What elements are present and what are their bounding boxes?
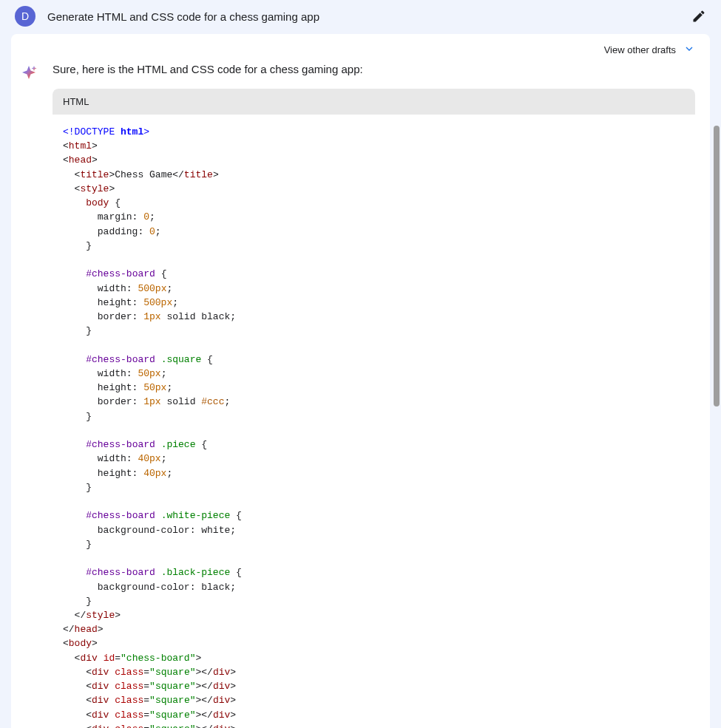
response-intro: Sure, here is the HTML and CSS code for … <box>53 63 695 75</box>
scrollbar-thumb[interactable] <box>714 126 720 406</box>
response-body: Sure, here is the HTML and CSS code for … <box>11 63 710 728</box>
sparkle-icon <box>20 64 38 82</box>
code-block: HTML <!DOCTYPE html> <html> <head> <titl… <box>53 89 695 728</box>
code-sq-w: 50px <box>138 368 160 379</box>
code-sq-h: 50px <box>143 382 166 393</box>
avatar-letter: D <box>21 10 29 22</box>
sparkle-col <box>20 63 47 728</box>
code-content[interactable]: <!DOCTYPE html> <html> <head> <title>Che… <box>53 115 695 728</box>
drafts-row: View other drafts <box>11 34 710 63</box>
code-lang-label: HTML <box>53 89 695 115</box>
code-sq-bc: #ccc <box>201 396 224 407</box>
code-board-h: 500px <box>143 297 172 308</box>
code-margin: 0 <box>143 211 149 222</box>
code-p-w: 40px <box>138 453 160 464</box>
code-sq-bw: 1px <box>143 396 160 407</box>
code-board-w: 500px <box>138 283 166 294</box>
prompt-row: D Generate HTML and CSS code for a chess… <box>0 0 721 34</box>
chevron-down-icon <box>683 43 695 57</box>
edit-icon[interactable] <box>691 9 706 24</box>
response-card: View other drafts <box>11 34 710 728</box>
drafts-label: View other drafts <box>604 44 676 55</box>
content-col: Sure, here is the HTML and CSS code for … <box>47 63 695 728</box>
prompt-text: Generate HTML and CSS code for a chess g… <box>47 10 691 23</box>
code-title: Chess Game <box>115 169 172 180</box>
view-drafts-button[interactable]: View other drafts <box>604 43 695 57</box>
code-board-id: chess-board <box>126 653 190 664</box>
code-p-h: 40px <box>143 468 166 479</box>
user-avatar: D <box>15 6 35 27</box>
code-padding: 0 <box>149 226 155 237</box>
